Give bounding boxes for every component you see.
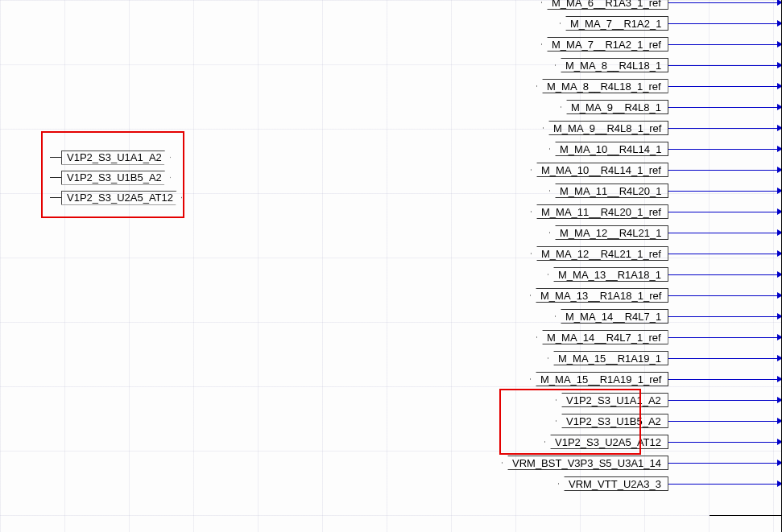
net-label-item[interactable]: M_MA_12__R4L21_1 xyxy=(451,222,782,243)
net-label-text: M_MA_8__R4L18_1_ref xyxy=(547,80,661,93)
net-label-item[interactable]: M_MA_10__R4L14_1 xyxy=(451,138,782,159)
net-label-text: VRM_VTT_U2A3_3 xyxy=(569,478,661,490)
net-label-item[interactable]: M_MA_14__R4L7_1 xyxy=(451,306,782,327)
net-wire xyxy=(668,107,782,108)
net-wire xyxy=(668,44,782,45)
net-label-text: V1P2_S3_U1A1_A2 xyxy=(67,151,162,163)
net-wire xyxy=(668,233,782,233)
net-label-text: V1P2_S3_U1A1_A2 xyxy=(566,394,661,406)
net-label-column-right: M_MA_6__R1A3_1_refM_MA_7__R1A2_1M_MA_7__… xyxy=(451,0,782,494)
net-label-text: M_MA_9__R4L8_1 xyxy=(571,101,661,113)
net-wire xyxy=(668,463,782,464)
net-label-item[interactable]: M_MA_7__R1A2_1 xyxy=(451,13,782,34)
net-wire xyxy=(668,149,782,150)
net-label-item[interactable]: M_MA_6__R1A3_1_ref xyxy=(451,0,782,13)
net-label-text: VRM_BST_V3P3_S5_U3A1_14 xyxy=(512,457,661,469)
net-label-item[interactable]: V1P2_S3_U2A5_AT12 xyxy=(50,188,182,208)
net-label-item[interactable]: M_MA_11__R4L20_1_ref xyxy=(451,201,782,222)
net-wire xyxy=(668,400,782,401)
net-label-item[interactable]: M_MA_9__R4L8_1 xyxy=(451,97,782,118)
net-label-item[interactable]: M_MA_7__R1A2_1_ref xyxy=(451,34,782,55)
net-label-text: M_MA_15__R1A19_1 xyxy=(558,353,661,365)
wire-stub xyxy=(50,197,61,198)
net-label-item[interactable]: M_MA_9__R4L8_1_ref xyxy=(451,118,782,138)
net-label-text: M_MA_14__R4L7_1 xyxy=(565,311,661,323)
net-label-text: V1P2_S3_U1B5_A2 xyxy=(566,415,661,427)
net-wire xyxy=(668,170,782,171)
wire-stub xyxy=(50,157,61,158)
net-label-item[interactable]: V1P2_S3_U2A5_AT12 xyxy=(451,431,782,452)
net-label-item[interactable]: M_MA_8__R4L18_1 xyxy=(451,55,782,76)
net-label-text: M_MA_11__R4L20_1 xyxy=(560,185,661,197)
net-wire xyxy=(668,442,782,443)
net-wire xyxy=(668,484,782,485)
net-label-item[interactable]: VRM_BST_V3P3_S5_U3A1_14 xyxy=(451,452,782,473)
net-label-item[interactable]: M_MA_13__R1A18_1_ref xyxy=(451,285,782,306)
net-label-item[interactable]: M_MA_8__R4L18_1_ref xyxy=(451,76,782,97)
net-label-text: V1P2_S3_U2A5_AT12 xyxy=(555,436,661,448)
net-label-text: M_MA_12__R4L21_1 xyxy=(560,227,661,239)
net-label-item[interactable]: V1P2_S3_U1B5_A2 xyxy=(50,167,182,188)
net-label-item[interactable]: M_MA_12__R4L21_1_ref xyxy=(451,243,782,264)
net-wire xyxy=(668,421,782,422)
net-label-item[interactable]: M_MA_11__R4L20_1 xyxy=(451,180,782,201)
net-wire xyxy=(668,86,782,87)
net-label-text: M_MA_12__R4L21_1_ref xyxy=(541,248,661,260)
net-label-text: M_MA_13__R1A18_1_ref xyxy=(540,290,661,302)
net-label-item[interactable]: VRM_VTT_U2A3_3 xyxy=(451,473,782,494)
net-wire xyxy=(668,337,782,338)
net-label-item[interactable]: V1P2_S3_U1A1_A2 xyxy=(451,390,782,410)
net-label-text: V1P2_S3_U1B5_A2 xyxy=(67,171,162,184)
net-wire xyxy=(668,379,782,380)
net-label-text: V1P2_S3_U2A5_AT12 xyxy=(67,192,173,204)
net-label-item[interactable]: M_MA_14__R4L7_1_ref xyxy=(451,327,782,348)
net-label-item[interactable]: V1P2_S3_U1A1_A2 xyxy=(50,147,182,167)
net-wire xyxy=(668,2,782,3)
net-label-item[interactable]: M_MA_15__R1A19_1_ref xyxy=(451,369,782,390)
wire-stub xyxy=(50,177,61,178)
net-label-text: M_MA_13__R1A18_1 xyxy=(558,269,661,281)
net-wire xyxy=(668,358,782,359)
net-wire xyxy=(668,128,782,129)
net-wire xyxy=(668,316,782,317)
net-label-text: M_MA_10__R4L14_1_ref xyxy=(541,164,661,176)
net-label-text: M_MA_9__R4L8_1_ref xyxy=(553,122,661,134)
net-label-text: M_MA_10__R4L14_1 xyxy=(560,143,661,155)
net-label-text: M_MA_15__R1A19_1_ref xyxy=(540,373,661,386)
net-label-item[interactable]: M_MA_15__R1A19_1 xyxy=(451,348,782,369)
bus-trunk-corner xyxy=(710,515,782,516)
net-label-text: M_MA_7__R1A2_1_ref xyxy=(552,39,661,51)
net-wire xyxy=(668,274,782,275)
net-label-text: M_MA_11__R4L20_1_ref xyxy=(541,206,661,218)
net-label-group-left: V1P2_S3_U1A1_A2 V1P2_S3_U1B5_A2 V1P2_S3_… xyxy=(50,147,182,208)
net-wire xyxy=(668,212,782,212)
net-label-text: M_MA_8__R4L18_1 xyxy=(565,60,661,72)
net-wire xyxy=(668,23,782,24)
net-label-text: M_MA_7__R1A2_1 xyxy=(570,18,661,30)
net-label-item[interactable]: V1P2_S3_U1B5_A2 xyxy=(451,410,782,431)
net-label-text: M_MA_6__R1A3_1_ref xyxy=(552,0,661,9)
net-wire xyxy=(668,65,782,66)
net-label-item[interactable]: M_MA_10__R4L14_1_ref xyxy=(451,159,782,180)
net-label-text: M_MA_14__R4L7_1_ref xyxy=(547,332,661,344)
net-label-item[interactable]: M_MA_13__R1A18_1 xyxy=(451,264,782,285)
net-wire xyxy=(668,191,782,192)
net-wire xyxy=(668,254,782,254)
net-wire xyxy=(668,295,782,296)
